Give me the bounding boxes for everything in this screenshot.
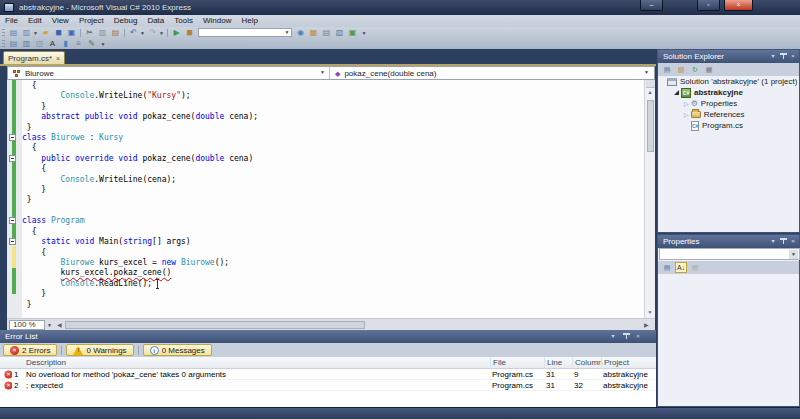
close-icon[interactable]: ×: [633, 332, 643, 341]
show-all-files-icon[interactable]: ▧: [675, 64, 687, 75]
code-line[interactable]: {: [22, 143, 258, 153]
collapsed-arrow-icon[interactable]: ▷: [684, 101, 689, 107]
redo-icon[interactable]: ↷: [146, 27, 159, 38]
code-line[interactable]: abstract public void pokaz_cene(double c…: [22, 112, 258, 122]
hscrollbar-thumb[interactable]: [65, 321, 365, 329]
code-line[interactable]: Console.WriteLine(cena);: [22, 175, 258, 185]
code-line[interactable]: kurs_excel.pokaz_cene(): [22, 268, 258, 278]
error-row[interactable]: ×2; expectedProgram.cs3132abstrakcyjne: [0, 380, 656, 391]
tree-item-abstrakcyjne[interactable]: C#abstrakcyjne: [658, 87, 799, 98]
editor-vertical-scrollbar[interactable]: ▲ ▼: [644, 80, 655, 318]
column-header-file[interactable]: File: [490, 357, 544, 369]
toolbar-grip[interactable]: [2, 29, 5, 37]
minimize-button[interactable]: –: [640, 0, 663, 11]
code-line[interactable]: Biurowe kurs_excel = new Biurowe();: [22, 258, 258, 268]
categorized-icon[interactable]: ▤: [661, 262, 673, 273]
chevron-down-icon[interactable]: ▼: [320, 69, 325, 75]
indent-icon[interactable]: ≡: [72, 38, 85, 49]
class-diagram-icon[interactable]: ▦: [703, 64, 715, 75]
filter-0-messages-button[interactable]: i0 Messages: [143, 344, 212, 356]
code-line[interactable]: {: [22, 227, 258, 237]
refresh-icon[interactable]: ↻: [689, 64, 701, 75]
code-line[interactable]: }: [22, 123, 258, 133]
word-completion-icon[interactable]: A: [46, 38, 59, 49]
toolbar-grip[interactable]: [2, 40, 5, 48]
properties-object-dropdown[interactable]: ▼: [659, 248, 800, 260]
save-icon[interactable]: ◼: [52, 27, 65, 38]
alphabetical-icon[interactable]: A↓: [675, 262, 687, 273]
menu-file[interactable]: File: [0, 15, 23, 26]
restore-button[interactable]: ▫: [697, 0, 720, 11]
column-header-description[interactable]: Description: [24, 357, 490, 369]
pin-icon[interactable]: [780, 53, 787, 55]
close-button[interactable]: ×: [724, 0, 753, 11]
menu-help[interactable]: Help: [236, 15, 262, 26]
scrollbar-thumb[interactable]: [647, 100, 654, 152]
code-line[interactable]: public override void pokaz_cene(double c…: [22, 154, 258, 164]
menu-project[interactable]: Project: [74, 15, 109, 26]
code-line[interactable]: }: [22, 102, 258, 112]
property-pages-icon[interactable]: ▤: [689, 262, 701, 273]
scroll-right-icon[interactable]: ▶: [644, 321, 649, 328]
comment-icon[interactable]: ✎: [85, 38, 98, 49]
copy-icon[interactable]: ▥: [96, 27, 109, 38]
code-line[interactable]: class Program: [22, 216, 258, 226]
collapsed-arrow-icon[interactable]: ▷: [684, 112, 689, 118]
find-symbol-icon[interactable]: ◼: [183, 27, 196, 38]
pin-icon[interactable]: [780, 238, 787, 240]
fold-collapse-box[interactable]: [9, 217, 16, 224]
add-new-item-icon[interactable]: ▥: [20, 27, 33, 38]
extension-manager-icon[interactable]: ▣: [346, 27, 359, 38]
menu-view[interactable]: View: [47, 15, 74, 26]
chevron-down-icon[interactable]: ▼: [47, 322, 52, 328]
code-area[interactable]: { Console.WriteLine("Kursy"); } abstract…: [22, 81, 258, 310]
window-menu-icon[interactable]: ▾: [768, 52, 778, 61]
window-menu-icon[interactable]: ▾: [768, 237, 778, 246]
close-icon[interactable]: ×: [788, 237, 798, 246]
chevron-down-icon[interactable]: ▼: [644, 69, 649, 75]
chevron-down-icon[interactable]: ▼: [283, 29, 291, 36]
code-line[interactable]: {: [22, 81, 258, 91]
column-header-project[interactable]: Project: [601, 357, 656, 369]
open-file-icon[interactable]: ▰: [39, 27, 52, 38]
parameter-info-icon[interactable]: ▥: [20, 38, 33, 49]
column-header-blank[interactable]: [12, 357, 24, 369]
scroll-down-icon[interactable]: ▼: [645, 309, 655, 315]
tree-item-references[interactable]: ▷References: [658, 109, 799, 120]
code-editor[interactable]: { Console.WriteLine("Kursy"); } abstract…: [7, 80, 644, 318]
tree-item-solution-abstrakcyjne-1-project[interactable]: Solution 'abstrakcyjne' (1 project): [658, 76, 799, 87]
filter-0-warnings-button[interactable]: 0 Warnings: [66, 344, 133, 356]
scroll-up-icon[interactable]: ▲: [645, 89, 655, 95]
code-line[interactable]: static void Main(string[] args): [22, 237, 258, 247]
new-project-icon[interactable]: ▤: [7, 27, 20, 38]
properties-window-icon[interactable]: ▤: [320, 27, 333, 38]
tree-item-program-cs[interactable]: C#Program.cs: [658, 120, 799, 131]
find-combo[interactable]: ▼: [198, 28, 292, 37]
tab-program-cs[interactable]: Program.cs* ×: [3, 51, 65, 64]
filter-2-errors-button[interactable]: ×2 Errors: [3, 344, 57, 356]
properties-window-icon[interactable]: ▤: [661, 64, 673, 75]
scroll-left-icon[interactable]: ◀: [57, 321, 62, 328]
cut-icon[interactable]: ✂: [83, 27, 96, 38]
code-line[interactable]: [22, 206, 258, 216]
splitter-handle[interactable]: [646, 80, 655, 88]
code-line[interactable]: }: [22, 185, 258, 195]
code-line[interactable]: class Biurowe : Kursy: [22, 133, 258, 143]
solution-explorer-icon[interactable]: ▦: [307, 27, 320, 38]
undo-icon[interactable]: ↶: [127, 27, 140, 38]
error-row[interactable]: ×1No overload for method 'pokaz_cene' ta…: [0, 369, 656, 380]
menu-tools[interactable]: Tools: [169, 15, 198, 26]
chevron-down-icon[interactable]: ▼: [789, 250, 798, 259]
zoom-selector[interactable]: 100 %: [9, 320, 45, 330]
close-icon[interactable]: ×: [788, 52, 798, 61]
find-icon[interactable]: ◉: [294, 27, 307, 38]
code-line[interactable]: {: [22, 248, 258, 258]
code-line[interactable]: Console.ReadLine();: [22, 279, 258, 289]
fold-collapse-box[interactable]: [9, 134, 16, 141]
column-header-blank[interactable]: [0, 357, 12, 369]
code-line[interactable]: Console.WriteLine("Kursy");: [22, 91, 258, 101]
code-line[interactable]: }: [22, 195, 258, 205]
menu-window[interactable]: Window: [198, 15, 236, 26]
save-all-icon[interactable]: ▣: [65, 27, 78, 38]
menu-debug[interactable]: Debug: [109, 15, 143, 26]
